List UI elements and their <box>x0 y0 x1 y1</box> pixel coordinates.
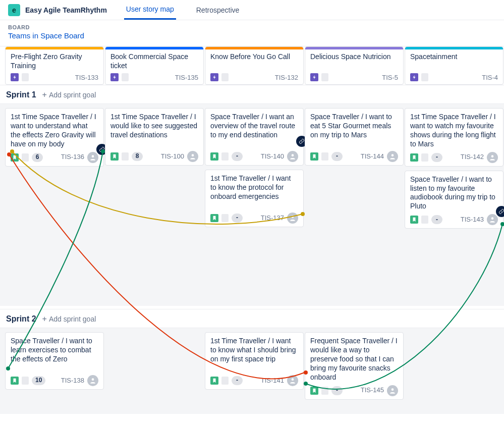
tab-user-story-map[interactable]: User story map <box>124 0 176 20</box>
column-cell: Frequent Space Traveller / I would like … <box>305 332 404 400</box>
epic-title: Book Commercial Space ticket <box>105 49 203 73</box>
epic-key[interactable]: TIS-5 <box>382 74 398 81</box>
epic-type-icon <box>110 73 119 81</box>
story-points-badge: - <box>431 215 442 224</box>
assignee-avatar[interactable] <box>487 152 498 163</box>
assignee-avatar[interactable] <box>187 151 198 162</box>
story-card[interactable]: Space Traveller / I want to learn exerci… <box>5 332 104 390</box>
story-summary: Space Traveller / I want an overview of … <box>210 113 298 148</box>
column-cell: Space Traveller / I want to eat 5 Star G… <box>305 108 404 166</box>
story-type-icon <box>410 153 418 162</box>
epic-key[interactable]: TIS-135 <box>175 74 198 81</box>
epic-card[interactable]: Pre-Flight Zero Gravity TrainingTIS-133 <box>5 46 104 85</box>
epic-title: Pre-Flight Zero Gravity Training <box>6 49 103 73</box>
story-type-icon <box>11 377 19 385</box>
issue-key[interactable]: TIS-140 <box>261 152 284 161</box>
column-cell: 1st Time Space Traveller / I would like … <box>105 108 204 166</box>
story-points-badge: - <box>331 386 343 395</box>
epic-card[interactable]: Delicious Space NutricionTIS-5 <box>305 46 404 85</box>
issue-key[interactable]: TIS-142 <box>461 153 484 162</box>
story-summary: 1st Time Space Traveller / I want to wat… <box>410 113 498 149</box>
assignee-avatar[interactable] <box>287 213 298 224</box>
issue-key[interactable]: TIS-145 <box>361 386 384 395</box>
epic-type-icon <box>410 73 418 81</box>
story-points-badge: 8 <box>132 152 143 161</box>
issue-key[interactable]: TIS-137 <box>261 214 284 223</box>
priority-chip <box>22 153 29 162</box>
assignee-avatar[interactable] <box>387 151 398 162</box>
priority-chip <box>321 73 328 81</box>
column-cell: 1st Time Space Traveller / I want to wat… <box>405 108 503 229</box>
issue-key[interactable]: TIS-141 <box>261 377 284 385</box>
story-summary: Space Traveller / I want to listen to my… <box>410 175 498 211</box>
priority-chip <box>22 377 29 385</box>
issue-key[interactable]: TIS-100 <box>161 152 184 161</box>
story-summary: 1st Time Traveller / I want to know the … <box>210 174 298 209</box>
story-summary: 1st Time Space Traveller / I want to und… <box>11 113 98 149</box>
story-summary: 1st Time Space Traveller / I would like … <box>110 113 198 148</box>
priority-chip <box>321 387 328 395</box>
story-type-icon <box>210 377 218 385</box>
column-cell: Space Traveller / I want an overview of … <box>205 108 304 227</box>
epic-type-icon <box>11 73 19 81</box>
epic-card[interactable]: SpacetainmentTIS-4 <box>405 46 503 85</box>
svg-point-6 <box>491 218 494 220</box>
epic-key[interactable]: TIS-4 <box>482 74 498 81</box>
story-type-icon <box>11 153 19 162</box>
svg-point-1 <box>192 154 194 156</box>
story-points-badge: - <box>232 214 243 223</box>
column-cell: 1st Time Traveller / I want to know what… <box>205 332 304 390</box>
priority-chip <box>321 152 328 161</box>
add-sprint-goal-button[interactable]: +Add sprint goal <box>42 91 96 99</box>
plus-icon: + <box>42 315 47 323</box>
epic-type-icon <box>310 73 318 81</box>
assignee-avatar[interactable] <box>387 385 398 396</box>
epic-key[interactable]: TIS-133 <box>75 74 98 81</box>
epic-type-icon <box>210 73 218 81</box>
story-points-badge: - <box>431 153 442 162</box>
story-card[interactable]: Space Traveller / I want an overview of … <box>205 108 304 166</box>
story-type-icon <box>310 152 318 161</box>
tab-retrospective[interactable]: Retrospective <box>194 1 242 19</box>
issue-key[interactable]: TIS-143 <box>461 216 484 224</box>
plus-icon: + <box>42 91 47 99</box>
svg-point-2 <box>292 154 294 156</box>
epics-row: Pre-Flight Zero Gravity TrainingTIS-133B… <box>0 46 504 85</box>
assignee-avatar[interactable] <box>287 151 298 162</box>
svg-point-4 <box>391 154 394 156</box>
epic-card[interactable]: Book Commercial Space ticketTIS-135 <box>105 46 204 85</box>
board-header: BOARD Teams in Space Board <box>0 20 504 46</box>
svg-point-9 <box>391 388 394 391</box>
add-goal-label: Add sprint goal <box>49 315 96 323</box>
assignee-avatar[interactable] <box>87 152 98 163</box>
dependency-link-icon[interactable] <box>496 206 504 217</box>
add-sprint-goal-button[interactable]: +Add sprint goal <box>42 315 96 323</box>
assignee-avatar[interactable] <box>287 375 298 386</box>
story-card[interactable]: 1st Time Traveller / I want to know what… <box>205 332 304 390</box>
priority-chip <box>22 73 29 81</box>
story-card[interactable]: 1st Time Space Traveller / I would like … <box>105 108 204 166</box>
board-name-link[interactable]: Teams in Space Board <box>8 31 496 40</box>
story-type-icon <box>310 387 318 395</box>
epic-title: Know Before You Go Call <box>205 49 303 73</box>
assignee-avatar[interactable] <box>87 375 98 386</box>
column-cell: Space Traveller / I want to learn exerci… <box>5 332 104 390</box>
story-card[interactable]: 1st Time Traveller / I want to know the … <box>205 170 304 227</box>
story-card[interactable]: Space Traveller / I want to eat 5 Star G… <box>305 108 404 166</box>
story-points-badge: 6 <box>32 153 43 162</box>
assignee-avatar[interactable] <box>487 214 498 225</box>
story-card[interactable]: 1st Time Space Traveller / I want to wat… <box>405 108 503 167</box>
story-type-icon <box>210 152 218 161</box>
priority-chip <box>221 214 229 222</box>
issue-key[interactable]: TIS-136 <box>61 153 84 162</box>
story-points-badge: 10 <box>32 376 45 385</box>
swimlane: 1st Time Space Traveller / I want to und… <box>0 104 504 306</box>
epic-card[interactable]: Know Before You Go CallTIS-132 <box>205 46 304 85</box>
issue-key[interactable]: TIS-144 <box>361 152 384 161</box>
story-card[interactable]: 1st Time Space Traveller / I want to und… <box>5 108 104 167</box>
priority-chip <box>221 73 229 81</box>
issue-key[interactable]: TIS-138 <box>61 377 84 385</box>
epic-key[interactable]: TIS-132 <box>275 74 298 81</box>
story-card[interactable]: Frequent Space Traveller / I would like … <box>305 332 404 400</box>
story-card[interactable]: Space Traveller / I want to listen to my… <box>405 171 503 229</box>
